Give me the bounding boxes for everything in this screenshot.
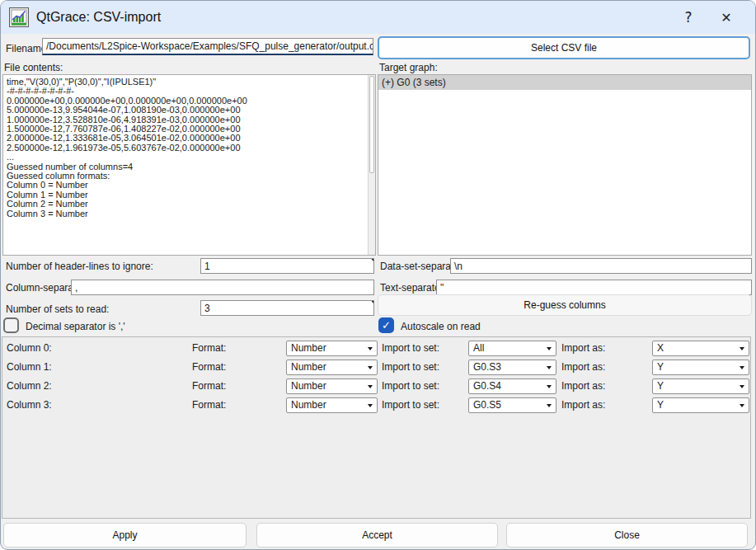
import-as-select[interactable]: X xyxy=(652,341,749,356)
column-row: Column 2:Format:NumberImport to set:G0.S… xyxy=(2,378,750,394)
import-as-select[interactable]: Y xyxy=(652,360,749,375)
header-lines-value: 1 xyxy=(204,261,210,272)
file-content-line: 2.500000e-12,1.961973e-05,5.603767e-02,0… xyxy=(7,143,364,153)
column-label: Column 3: xyxy=(7,399,52,411)
format-select-value: Number xyxy=(291,399,326,411)
format-select-value: Number xyxy=(291,380,326,392)
spin-up-icon[interactable] xyxy=(364,261,370,274)
import-set-select-value: G0.S4 xyxy=(473,380,501,392)
chevron-down-icon xyxy=(547,385,552,388)
import-set-label: Import to set: xyxy=(382,361,439,373)
import-as-label: Import as: xyxy=(561,342,605,354)
window-title: QtGrace: CSV-import xyxy=(36,10,161,25)
file-content-line: Column 3 = Number xyxy=(7,209,364,219)
format-label: Format: xyxy=(192,361,226,373)
autoscale-checkbox[interactable]: ✓ xyxy=(378,317,394,333)
format-select[interactable]: Number xyxy=(286,341,378,356)
format-label: Format: xyxy=(192,399,226,411)
format-label: Format: xyxy=(192,380,226,392)
chevron-down-icon xyxy=(547,404,552,407)
column-label: Column 2: xyxy=(7,380,52,392)
format-label: Format: xyxy=(192,342,226,354)
chevron-down-icon xyxy=(740,404,744,407)
file-content-line: Column 2 = Number xyxy=(7,200,364,209)
dataset-separator-input[interactable]: \n xyxy=(450,258,752,274)
column-separator-input[interactable]: , xyxy=(71,280,374,295)
import-as-select-value: X xyxy=(657,342,664,354)
import-as-select-value: Y xyxy=(657,380,664,392)
header-lines-spinbox[interactable]: 1 xyxy=(200,258,374,274)
apply-button[interactable]: Apply xyxy=(3,523,247,548)
select-csv-file-button[interactable]: Select CSV file xyxy=(378,36,750,59)
spin-down-icon[interactable] xyxy=(370,258,374,273)
file-contents-panel[interactable]: time,"V(30,0)","P(30,0)","I(IPULSE1)"-#-… xyxy=(2,74,376,256)
sets-to-read-spinbox[interactable]: 3 xyxy=(200,300,374,316)
title-bar: QtGrace: CSV-import ? ✕ xyxy=(1,1,755,34)
filename-input[interactable]: /Documents/L2Spice-Workspace/Examples/SF… xyxy=(42,38,373,55)
column-row: Column 0:Format:NumberImport to set:AllI… xyxy=(2,341,750,356)
csv-import-dialog: QtGrace: CSV-import ? ✕ Filename: /Docum… xyxy=(0,0,756,550)
chevron-down-icon xyxy=(740,366,744,369)
spinner-arrows[interactable] xyxy=(364,303,371,314)
decimal-separator-label: Decimal separator is ',' xyxy=(26,321,125,332)
import-set-select[interactable]: All xyxy=(468,341,556,356)
chevron-down-icon xyxy=(740,347,744,350)
import-set-select[interactable]: G0.S5 xyxy=(468,397,556,413)
scrollbar-thumb[interactable] xyxy=(369,76,374,173)
spin-up-icon[interactable] xyxy=(364,303,370,316)
header-lines-label: Number of header-lines to ignore: xyxy=(6,261,153,272)
import-as-select[interactable]: Y xyxy=(652,397,749,413)
chevron-down-icon xyxy=(547,366,552,369)
qtgrace-app-icon xyxy=(9,7,29,27)
import-set-select-value: All xyxy=(473,342,484,354)
format-select[interactable]: Number xyxy=(286,360,378,375)
chevron-down-icon xyxy=(547,347,552,350)
chevron-down-icon xyxy=(368,366,373,369)
import-as-select-value: Y xyxy=(657,399,664,411)
format-select[interactable]: Number xyxy=(286,378,378,394)
spin-down-icon[interactable] xyxy=(370,300,374,315)
import-set-select[interactable]: G0.S3 xyxy=(468,360,556,375)
import-as-label: Import as: xyxy=(561,380,605,392)
file-content-line: ... xyxy=(7,153,364,162)
format-select-value: Number xyxy=(291,361,326,373)
import-as-label: Import as: xyxy=(561,361,605,373)
import-set-label: Import to set: xyxy=(382,380,439,392)
column-label: Column 1: xyxy=(7,361,52,373)
format-select[interactable]: Number xyxy=(286,397,378,413)
chevron-down-icon xyxy=(368,404,373,407)
import-set-label: Import to set: xyxy=(382,399,439,411)
column-row: Column 1:Format:NumberImport to set:G0.S… xyxy=(2,360,750,375)
spinner-arrows[interactable] xyxy=(364,261,371,272)
check-icon: ✓ xyxy=(382,319,391,331)
import-as-select-value: Y xyxy=(657,361,664,373)
target-graph-list[interactable]: (+) G0 (3 sets) xyxy=(378,74,752,256)
reguess-columns-button[interactable]: Re-guess columns xyxy=(378,294,752,316)
file-contents-scrollbar[interactable] xyxy=(368,75,375,255)
chevron-down-icon xyxy=(368,385,373,388)
decimal-separator-checkbox[interactable]: ✓ xyxy=(3,317,19,333)
file-content-line: 5.000000e-13,9.954044e-07,1.008190e-03,0… xyxy=(7,106,364,115)
import-as-label: Import as: xyxy=(561,399,605,411)
column-row: Column 3:Format:NumberImport to set:G0.S… xyxy=(2,397,750,413)
import-set-label: Import to set: xyxy=(382,342,439,354)
help-button[interactable]: ? xyxy=(669,1,707,34)
import-set-select[interactable]: G0.S4 xyxy=(468,378,556,394)
window-close-icon[interactable]: ✕ xyxy=(707,1,745,34)
sets-to-read-label: Number of sets to read: xyxy=(6,303,109,315)
file-contents-label: File contents: xyxy=(4,62,63,73)
text-separator-input[interactable]: " xyxy=(436,280,752,295)
format-select-value: Number xyxy=(291,342,326,354)
chevron-down-icon xyxy=(368,347,373,350)
file-contents-text: time,"V(30,0)","P(30,0)","I(IPULSE1)"-#-… xyxy=(3,75,375,219)
accept-button[interactable]: Accept xyxy=(256,523,498,548)
target-graph-label: Target graph: xyxy=(379,62,438,73)
import-as-select[interactable]: Y xyxy=(652,378,749,394)
import-set-select-value: G0.S3 xyxy=(473,361,501,373)
import-set-select-value: G0.S5 xyxy=(473,399,501,411)
close-button[interactable]: Close xyxy=(506,523,748,548)
autoscale-label: Autoscale on read xyxy=(401,321,481,332)
target-graph-item[interactable]: (+) G0 (3 sets) xyxy=(378,75,751,90)
column-label: Column 0: xyxy=(7,342,52,354)
sets-to-read-value: 3 xyxy=(204,303,210,314)
